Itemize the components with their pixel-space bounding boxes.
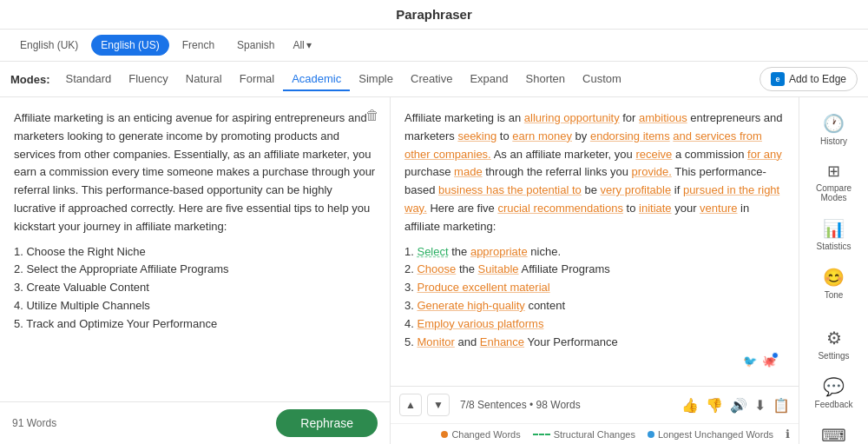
badge-dot: [772, 352, 779, 359]
mode-custom[interactable]: Custom: [574, 68, 630, 91]
sidebar-item-history[interactable]: 🕐 History: [804, 106, 865, 153]
sidebar-item-compare[interactable]: ⊞ CompareModes: [804, 155, 865, 209]
thumbs-down-icon[interactable]: 👎: [706, 397, 723, 414]
input-text-area[interactable]: 🗑 Affiliate marketing is an enticing ave…: [0, 97, 390, 401]
speaker-icon[interactable]: 🔊: [730, 397, 747, 414]
feedback-icon: 💬: [823, 376, 845, 397]
mode-standard[interactable]: Standard: [57, 68, 121, 91]
changed-dot: [441, 431, 448, 438]
legend-structural: Structural Changes: [533, 429, 635, 440]
sidebar-label-history: History: [820, 136, 847, 146]
lang-tab-es[interactable]: Spanish: [227, 35, 284, 56]
legend-changed: Changed Words: [441, 429, 520, 440]
sentence-word-count: 7/8 Sentences • 98 Words: [460, 399, 581, 411]
chevron-down-icon: ▾: [306, 39, 312, 51]
mode-simple[interactable]: Simple: [350, 68, 402, 91]
lang-tab-fr[interactable]: French: [173, 35, 224, 56]
main-content: 🗑 Affiliate marketing is an enticing ave…: [0, 97, 868, 444]
lang-all-dropdown[interactable]: All ▾: [287, 36, 316, 55]
paraphrased-text-area: Affiliate marketing is an alluring oppor…: [391, 97, 799, 386]
scroll-down-button[interactable]: ▼: [427, 394, 450, 416]
app-title: Paraphraser: [396, 7, 472, 22]
unchanged-label: Longest Unchanged Words: [658, 429, 773, 440]
language-bar: English (UK) English (US) French Spanish…: [0, 30, 868, 62]
statistics-icon: 📊: [823, 218, 845, 239]
sidebar-label-tone: Tone: [825, 290, 844, 300]
sidebar-item-settings[interactable]: ⚙ Settings: [804, 321, 865, 368]
structural-line: [533, 434, 550, 435]
sidebar-item-hotkeys[interactable]: ⌨ Hotkeys: [804, 418, 865, 444]
download-icon[interactable]: ⬇: [754, 397, 766, 414]
action-icons: 👍 👎 🔊 ⬇ 📋: [681, 397, 790, 414]
info-icon[interactable]: ℹ: [786, 427, 790, 441]
sidebar-item-tone[interactable]: 😊 Tone: [804, 260, 865, 307]
modes-bar: Modes: Standard Fluency Natural Formal A…: [0, 62, 868, 97]
tone-icon: 😊: [823, 267, 845, 288]
left-footer: 91 Words Rephrase: [0, 401, 390, 444]
legend-unchanged: Longest Unchanged Words: [648, 429, 773, 440]
paraphrased-text: Affiliate marketing is an alluring oppor…: [404, 109, 785, 236]
legend-bar: Changed Words Structural Changes Longest…: [391, 423, 799, 444]
mode-expand[interactable]: Expand: [461, 68, 516, 91]
rephrase-button[interactable]: Rephrase: [276, 409, 378, 437]
sidebar-label-feedback: Feedback: [815, 400, 853, 409]
paraphrased-list: 1. Select the appropriate niche. 2. Choo…: [404, 243, 785, 352]
sidebar-item-feedback[interactable]: 💬 Feedback: [804, 369, 865, 416]
sidebar-label-settings: Settings: [818, 351, 849, 361]
edge-icon: e: [771, 72, 785, 86]
right-panel: Affiliate marketing is an alluring oppor…: [391, 97, 799, 444]
emoji-row: 🐦 🐙: [404, 351, 785, 371]
mode-formal[interactable]: Formal: [231, 68, 283, 91]
bird-emoji: 🐦: [743, 355, 757, 368]
left-panel: 🗑 Affiliate marketing is an enticing ave…: [0, 97, 391, 444]
modes-label: Modes:: [10, 73, 50, 86]
sidebar-label-compare: CompareModes: [816, 183, 852, 202]
hotkeys-icon: ⌨: [821, 425, 846, 444]
copy-icon[interactable]: 📋: [773, 397, 790, 414]
sidebar-item-statistics[interactable]: 📊 Statistics: [804, 211, 865, 258]
app-header: Paraphraser: [0, 0, 868, 30]
sidebar: 🕐 History ⊞ CompareModes 📊 Statistics 😊 …: [799, 97, 868, 444]
settings-icon: ⚙: [826, 328, 842, 348]
structural-label: Structural Changes: [554, 429, 635, 440]
unchanged-dot: [648, 431, 654, 438]
changed-label: Changed Words: [451, 429, 520, 440]
lang-tab-en-us[interactable]: English (US): [91, 35, 168, 56]
history-icon: 🕐: [823, 113, 845, 134]
word-count: 91 Words: [12, 417, 56, 429]
mode-natural[interactable]: Natural: [177, 68, 231, 91]
scroll-up-button[interactable]: ▲: [399, 394, 422, 416]
add-to-edge-button[interactable]: e Add to Edge: [760, 67, 858, 91]
mode-creative[interactable]: Creative: [402, 68, 461, 91]
input-list: 1. Choose the Right Niche 2. Select the …: [14, 243, 376, 334]
octopus-emoji-badge: 🐙: [762, 355, 776, 368]
mode-academic[interactable]: Academic: [283, 68, 350, 91]
input-text: Affiliate marketing is an enticing avenu…: [14, 109, 376, 236]
delete-icon[interactable]: 🗑: [365, 108, 379, 123]
mode-shorten[interactable]: Shorten: [517, 68, 575, 91]
right-footer: ▲ ▼ 7/8 Sentences • 98 Words 👍 👎 🔊 ⬇ 📋: [391, 386, 799, 423]
sidebar-label-statistics: Statistics: [816, 242, 851, 251]
thumbs-up-icon[interactable]: 👍: [681, 397, 699, 414]
mode-fluency[interactable]: Fluency: [120, 68, 177, 91]
lang-tab-en-uk[interactable]: English (UK): [10, 35, 88, 56]
compare-icon: ⊞: [827, 162, 840, 181]
